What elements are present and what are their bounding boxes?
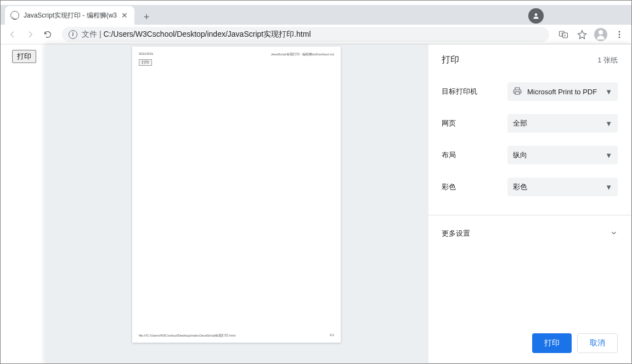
destination-label: 目标打印机 xyxy=(442,87,507,96)
bookmark-icon[interactable] xyxy=(574,27,590,42)
page-print-button[interactable]: 打印 xyxy=(12,50,36,63)
preview-page-number: 1/1 xyxy=(330,333,334,338)
print-dialog: 2021/5/31 JavaScript实现打印 - 编程狮(w3cschool… xyxy=(45,44,631,363)
chevron-down-icon: ▼ xyxy=(605,88,612,96)
chevron-down-icon: ▼ xyxy=(605,151,612,160)
svg-point-10 xyxy=(619,33,620,35)
pages-select[interactable]: 全部 ▼ xyxy=(507,114,618,133)
layout-select[interactable]: 纵向 ▼ xyxy=(507,146,618,164)
back-button[interactable] xyxy=(5,27,20,42)
color-label: 彩色 xyxy=(442,182,507,192)
divider xyxy=(428,215,631,215)
url-scheme: 文件 xyxy=(82,30,97,38)
preview-footer-url: file:///C:/Users/W3Cschool/Desktop/index… xyxy=(139,333,235,338)
svg-point-9 xyxy=(619,31,620,32)
more-settings-label: 更多设置 xyxy=(442,229,470,238)
preview-page: 2021/5/31 JavaScript实现打印 - 编程狮(w3cschool… xyxy=(132,47,341,343)
url-path: C:/Users/W3Cschool/Desktop/index/JavaScr… xyxy=(103,30,311,38)
color-value: 彩色 xyxy=(513,182,527,192)
avatar-icon xyxy=(594,28,607,41)
chevron-down-icon: ▼ xyxy=(605,120,612,128)
svg-point-11 xyxy=(619,36,620,38)
chevron-down-icon xyxy=(610,229,618,238)
print-button[interactable]: 打印 xyxy=(532,333,572,353)
globe-icon xyxy=(10,11,19,20)
page-content: 打印 xyxy=(1,44,45,363)
tab-strip: JavaScript实现打印 - 编程狮(w3 ✕ + xyxy=(1,5,631,25)
color-select[interactable]: 彩色 ▼ xyxy=(507,178,618,196)
pages-value: 全部 xyxy=(513,118,527,128)
reload-button[interactable] xyxy=(40,27,55,42)
browser-toolbar: i 文件 | C:/Users/W3Cschool/Desktop/index/… xyxy=(1,25,631,44)
more-settings-toggle[interactable]: 更多设置 xyxy=(442,226,618,241)
sheet-count: 1 张纸 xyxy=(597,55,618,65)
color-row: 彩色 彩色 ▼ xyxy=(442,178,618,196)
destination-row: 目标打印机 Microsoft Print to PDF ▼ xyxy=(442,82,618,101)
svg-text:A: A xyxy=(564,33,566,37)
pages-row: 网页 全部 ▼ xyxy=(442,114,618,133)
pages-label: 网页 xyxy=(442,118,507,128)
layout-row: 布局 纵向 ▼ xyxy=(442,146,618,164)
dialog-title: 打印 xyxy=(442,54,459,66)
address-bar[interactable]: i 文件 | C:/Users/W3Cschool/Desktop/index/… xyxy=(62,27,549,42)
cancel-button[interactable]: 取消 xyxy=(577,333,618,353)
preview-mini-button: 打印 xyxy=(139,59,152,66)
preview-title: JavaScript实现打印 - 编程狮(w3cschool.cn) xyxy=(271,52,334,57)
new-tab-button[interactable]: + xyxy=(139,9,154,25)
translate-icon[interactable]: 文A xyxy=(556,27,571,42)
preview-date: 2021/5/31 xyxy=(139,52,154,57)
profile-badge-icon[interactable] xyxy=(528,8,544,24)
tab-active[interactable]: JavaScript实现打印 - 编程狮(w3 ✕ xyxy=(5,6,134,25)
menu-button[interactable] xyxy=(612,27,627,42)
profile-button[interactable] xyxy=(593,27,608,42)
dialog-actions: 打印 取消 xyxy=(442,327,618,353)
tab-close-button[interactable]: ✕ xyxy=(120,11,129,20)
forward-button[interactable] xyxy=(22,27,38,42)
layout-label: 布局 xyxy=(442,150,507,160)
svg-point-4 xyxy=(535,13,538,16)
destination-value: Microsoft Print to PDF xyxy=(527,88,597,96)
chevron-down-icon: ▼ xyxy=(605,183,612,191)
print-preview-pane[interactable]: 2021/5/31 JavaScript实现打印 - 编程狮(w3cschool… xyxy=(45,44,428,363)
print-settings-pane: 打印 1 张纸 目标打印机 Microsoft Print to PDF ▼ 网… xyxy=(428,44,631,363)
destination-select[interactable]: Microsoft Print to PDF ▼ xyxy=(507,82,618,101)
info-icon[interactable]: i xyxy=(69,30,77,39)
printer-icon xyxy=(513,87,522,97)
tab-title: JavaScript实现打印 - 编程狮(w3 xyxy=(24,11,117,20)
layout-value: 纵向 xyxy=(513,150,527,160)
svg-text:文: 文 xyxy=(561,31,564,35)
